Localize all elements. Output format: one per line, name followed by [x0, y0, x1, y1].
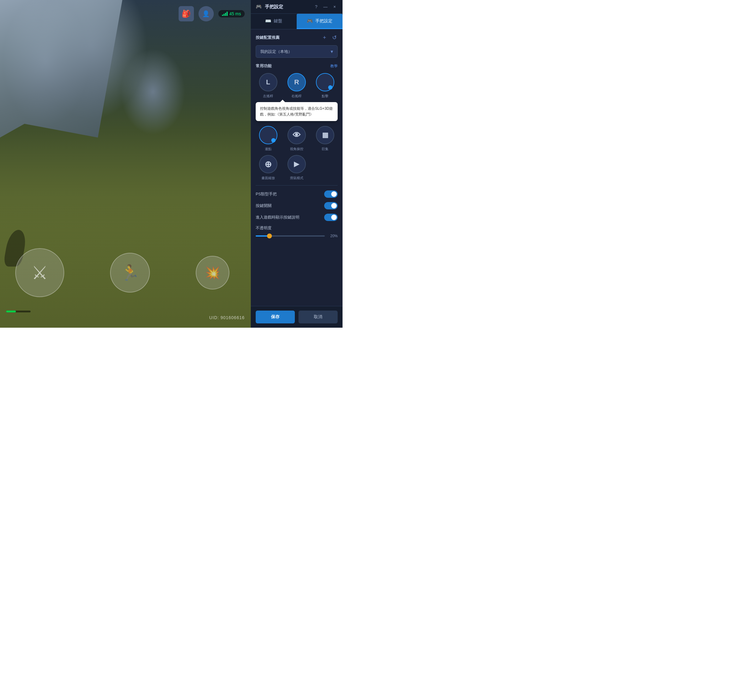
tutorial-link[interactable]: 教學: [330, 63, 338, 69]
close-button[interactable]: ×: [332, 4, 338, 10]
mouse-mode-symbol: ▶: [294, 160, 299, 168]
feature-rapid-click[interactable]: 連點: [256, 126, 280, 151]
click-btn[interactable]: [316, 73, 334, 91]
dropdown-arrow-icon: ▾: [331, 49, 333, 54]
left-joystick-symbol: L: [266, 78, 270, 86]
feature-macro[interactable]: ▦ 巨集: [313, 126, 338, 151]
hud-top: 🎒 👤 45 ms: [178, 6, 245, 21]
right-joystick-label: 右搖桿: [292, 94, 302, 99]
game-area: 🎒 👤 45 ms ⚔ 🏃 💥 UID: 901606616: [0, 0, 251, 328]
click-label: 點擊: [322, 94, 329, 99]
gamepad-tab-label: 手把設定: [315, 18, 332, 24]
show-hint-toggle[interactable]: [324, 214, 338, 221]
features-section: 常用功能 教學 L 左搖桿 R 右搖桿: [256, 63, 338, 180]
game-controls: ⚔ 🏃 💥: [15, 248, 229, 297]
feature-left-joystick[interactable]: L 左搖桿: [256, 73, 280, 99]
toggle-show-hint: 進入遊戲時顯示按鍵說明: [256, 214, 338, 221]
macro-symbol: ▦: [322, 131, 329, 139]
feature-zoom[interactable]: ⊕ 畫面縮放: [256, 155, 280, 180]
tab-gamepad[interactable]: 🎮 手把設定: [297, 14, 342, 29]
uid-display: UID: 901606616: [209, 315, 245, 320]
zoom-label: 畫面縮放: [261, 176, 275, 180]
feature-right-joystick[interactable]: R 右搖桿: [284, 73, 309, 99]
feature-click[interactable]: 點擊: [313, 73, 338, 99]
mouse-mode-btn[interactable]: ▶: [287, 155, 306, 173]
tooltip-box: 控制遊戲角色視角或技能等，適合SLG+3D遊戲，例如:《第五人格/荒野亂鬥》: [256, 102, 338, 121]
ping-display: 45 ms: [218, 10, 245, 18]
features-header: 常用功能 教學: [256, 63, 338, 69]
show-hint-label: 進入遊戲時顯示按鍵說明: [256, 215, 299, 220]
panel-title: 手把設定: [265, 4, 283, 10]
opacity-label: 不透明度: [256, 225, 338, 231]
features-label: 常用功能: [256, 63, 271, 69]
feature-grid-row1: L 左搖桿 R 右搖桿 點擊: [256, 73, 338, 99]
bottom-buttons: 保存 取消: [251, 306, 342, 328]
toggle-keyswitch: 按鍵開關: [256, 202, 338, 209]
backpack-icon[interactable]: 🎒: [178, 6, 194, 21]
right-joystick-symbol: R: [294, 78, 299, 86]
view-control-label: 視角操控: [290, 147, 304, 151]
title-bar: 🎮 手把設定 ? — ×: [251, 0, 342, 14]
panel-content: 按鍵配置推薦 + ↺ 我的設定（本地） ▾ 常用功能 教學: [251, 29, 342, 248]
keyboard-tab-label: 鍵盤: [274, 18, 282, 24]
avatar-icon[interactable]: 👤: [199, 6, 214, 21]
tab-bar: ⌨️ 鍵盤 🎮 手把設定: [251, 14, 342, 29]
config-section-header: 按鍵配置推薦 + ↺: [256, 34, 338, 41]
panel-scroll-area[interactable]: 按鍵配置推薦 + ↺ 我的設定（本地） ▾ 常用功能 教學: [251, 29, 342, 306]
view-control-symbol: 👁: [293, 131, 301, 140]
opacity-slider-thumb[interactable]: [267, 234, 272, 238]
feature-empty: [313, 155, 338, 180]
reset-config-button[interactable]: ↺: [331, 34, 338, 41]
hp-fill: [6, 310, 16, 312]
ping-bar-2: [224, 14, 224, 16]
cancel-button[interactable]: 取消: [299, 310, 338, 324]
toggle-ps-gamepad: PS類型手把: [256, 190, 338, 198]
divider-1: [256, 185, 338, 185]
left-joystick-btn[interactable]: L: [259, 73, 277, 91]
keyswitch-toggle[interactable]: [324, 202, 338, 209]
cliff-background: [0, 0, 122, 138]
macro-btn[interactable]: ▦: [316, 126, 334, 144]
opacity-row: 不透明度 20%: [256, 225, 338, 238]
view-control-btn[interactable]: 👁: [287, 126, 306, 144]
dropdown-value: 我的設定（本地）: [260, 49, 292, 54]
dash-button[interactable]: 🏃: [110, 253, 150, 293]
ping-bar-1: [222, 15, 223, 16]
left-joystick-label: 左搖桿: [263, 94, 273, 99]
keyswitch-label: 按鍵開關: [256, 203, 271, 209]
save-button[interactable]: 保存: [256, 310, 295, 324]
gamepad-tab-icon: 🎮: [307, 18, 313, 24]
zoom-btn[interactable]: ⊕: [259, 155, 277, 173]
opacity-slider-track[interactable]: [256, 235, 325, 237]
keyboard-tab-icon: ⌨️: [265, 18, 271, 24]
hp-bar: [6, 310, 31, 312]
ping-bar-3: [225, 13, 226, 16]
mouse-mode-label: 滑鼠模式: [290, 176, 304, 180]
tooltip-text: 控制遊戲角色視角或技能等，適合SLG+3D遊戲，例如:《第五人格/荒野亂鬥》: [260, 106, 333, 116]
tab-keyboard[interactable]: ⌨️ 鍵盤: [251, 14, 297, 29]
ping-bars-icon: [222, 12, 227, 16]
minimize-button[interactable]: —: [322, 4, 329, 10]
section-actions: + ↺: [321, 34, 338, 41]
help-button[interactable]: ?: [313, 4, 319, 10]
title-controls: ? — ×: [313, 4, 338, 10]
feature-grid-row2: 連點 👁 視角操控 ▦ 巨集: [256, 126, 338, 151]
opacity-value: 20%: [329, 234, 338, 238]
add-config-button[interactable]: +: [321, 34, 328, 41]
right-panel: 🎮 手把設定 ? — × ⌨️ 鍵盤 🎮 手把設定 按鍵配置推薦 + ↺: [251, 0, 342, 328]
rapid-click-dot: [271, 138, 276, 143]
skill-button[interactable]: 💥: [196, 256, 229, 290]
rapid-click-btn[interactable]: [259, 126, 277, 144]
right-joystick-btn[interactable]: R: [287, 73, 306, 91]
feature-mouse-mode[interactable]: ▶ 滑鼠模式: [284, 155, 309, 180]
slider-row: 20%: [256, 234, 338, 238]
config-section-title: 按鍵配置推薦: [256, 35, 280, 40]
ps-gamepad-toggle[interactable]: [324, 190, 338, 198]
feature-grid-row3: ⊕ 畫面縮放 ▶ 滑鼠模式: [256, 155, 338, 180]
ping-value: 45 ms: [229, 11, 241, 16]
feature-view-control[interactable]: 👁 視角操控: [284, 126, 309, 151]
ps-gamepad-label: PS類型手把: [256, 191, 277, 197]
config-dropdown[interactable]: 我的設定（本地） ▾: [256, 45, 338, 58]
attack-button[interactable]: ⚔: [15, 248, 64, 297]
macro-label: 巨集: [322, 147, 329, 151]
